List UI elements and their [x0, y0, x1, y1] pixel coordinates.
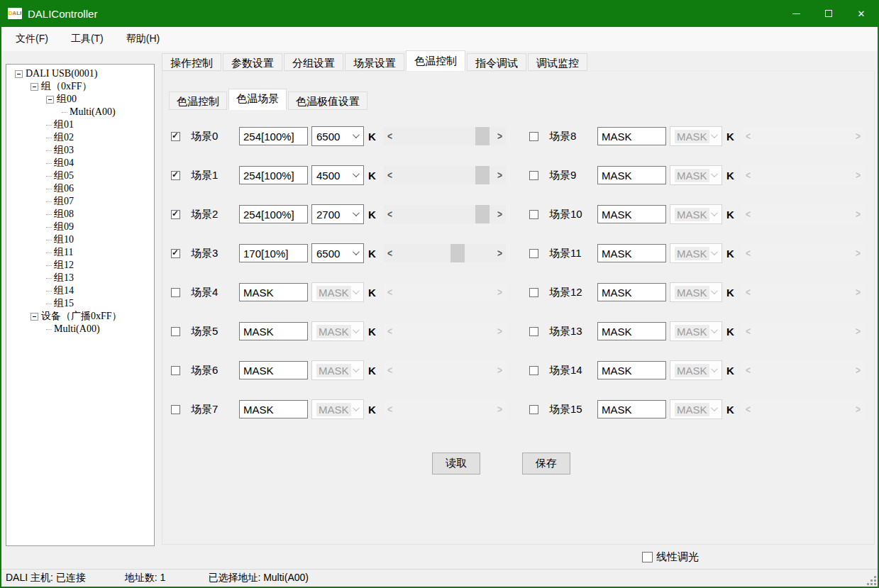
scene-checkbox[interactable]: ✓	[529, 210, 538, 219]
tab-指令调试[interactable]: 指令调试	[467, 53, 526, 71]
tab-调试监控[interactable]: 调试监控	[528, 53, 587, 71]
scroll-left-icon[interactable]: <	[742, 320, 754, 342]
scene-checkbox[interactable]: ✓	[171, 366, 180, 375]
tree-item[interactable]: 组01	[6, 118, 154, 131]
scene-level-input[interactable]	[239, 361, 308, 379]
scene-temp-dropdown[interactable]: MASK	[311, 360, 364, 380]
subtab-色温控制[interactable]: 色温控制	[169, 91, 227, 110]
scroll-right-icon[interactable]: >	[494, 320, 506, 342]
scroll-right-icon[interactable]: >	[852, 359, 864, 381]
scene-temp-dropdown[interactable]: MASK	[670, 126, 722, 146]
tree-item[interactable]: 设备（广播0xFF）	[6, 310, 154, 323]
scene-level-input[interactable]	[597, 400, 666, 418]
scene-temp-dropdown[interactable]: MASK	[670, 282, 722, 302]
close-button[interactable]: ✕	[845, 0, 878, 27]
scroll-left-icon[interactable]: <	[384, 281, 396, 303]
scene-checkbox[interactable]: ✓	[171, 288, 180, 297]
scroll-right-icon[interactable]: >	[494, 164, 506, 186]
tree-item[interactable]: 组11	[6, 246, 154, 259]
scene-checkbox[interactable]: ✓	[171, 210, 180, 219]
scene-scrollbar[interactable]: < >	[742, 361, 864, 379]
tree-item[interactable]: 组13	[6, 272, 154, 284]
scroll-left-icon[interactable]: <	[384, 242, 396, 264]
scene-scrollbar[interactable]: < >	[742, 166, 864, 184]
tree-item[interactable]: 组09	[6, 221, 154, 233]
tree-item[interactable]: 组15	[6, 297, 154, 310]
scroll-left-icon[interactable]: <	[742, 203, 754, 225]
scene-temp-dropdown[interactable]: MASK	[311, 282, 364, 302]
tree-item[interactable]: Multi(A00)	[6, 323, 154, 335]
scroll-left-icon[interactable]: <	[742, 281, 754, 303]
scene-level-input[interactable]	[239, 322, 308, 340]
scene-temp-dropdown[interactable]: MASK	[311, 321, 364, 341]
scroll-left-icon[interactable]: <	[384, 320, 396, 342]
scroll-right-icon[interactable]: >	[494, 281, 506, 303]
menu-item[interactable]: 文件(F)	[14, 30, 50, 48]
scrollbar-thumb[interactable]	[475, 205, 490, 223]
tab-场景设置[interactable]: 场景设置	[345, 53, 404, 71]
scroll-right-icon[interactable]: >	[852, 125, 864, 147]
tree-item[interactable]: 组06	[6, 182, 154, 195]
scene-level-input[interactable]	[597, 127, 666, 145]
scene-checkbox[interactable]: ✓	[171, 249, 180, 258]
scene-level-input[interactable]	[239, 400, 308, 418]
scene-level-input[interactable]	[239, 283, 308, 301]
scene-temp-dropdown[interactable]: 6500	[311, 126, 364, 146]
scroll-left-icon[interactable]: <	[742, 398, 754, 420]
scene-temp-dropdown[interactable]: 2700	[311, 204, 364, 224]
scroll-left-icon[interactable]: <	[742, 164, 754, 186]
scroll-left-icon[interactable]: <	[742, 359, 754, 381]
scene-scrollbar[interactable]: < >	[384, 322, 506, 340]
collapse-icon[interactable]	[31, 313, 38, 321]
scene-level-input[interactable]	[597, 205, 666, 223]
maximize-button[interactable]	[812, 0, 845, 27]
tab-参数设置[interactable]: 参数设置	[223, 53, 282, 71]
scene-scrollbar[interactable]: < >	[384, 400, 506, 418]
tree-item[interactable]: DALI USB(0001)	[6, 67, 154, 80]
menu-item[interactable]: 工具(T)	[70, 30, 105, 48]
scene-level-input[interactable]	[239, 205, 308, 223]
scene-temp-dropdown[interactable]: MASK	[670, 243, 722, 263]
checkbox-box[interactable]: ✓	[642, 552, 653, 562]
scene-checkbox[interactable]: ✓	[529, 405, 538, 414]
tab-操作控制[interactable]: 操作控制	[162, 53, 221, 71]
scene-checkbox[interactable]: ✓	[529, 171, 538, 180]
scene-scrollbar[interactable]: < >	[384, 361, 506, 379]
minimize-button[interactable]	[780, 0, 812, 27]
tree-item[interactable]: 组10	[6, 233, 154, 246]
resize-grip-icon[interactable]	[874, 583, 876, 585]
linear-dimming-checkbox[interactable]: ✓ 线性调光	[642, 550, 699, 564]
scene-scrollbar[interactable]: < >	[384, 166, 506, 184]
scene-scrollbar[interactable]: < >	[742, 400, 864, 418]
scroll-right-icon[interactable]: >	[852, 164, 864, 186]
scroll-left-icon[interactable]: <	[384, 203, 396, 225]
scroll-right-icon[interactable]: >	[494, 359, 506, 381]
scrollbar-thumb[interactable]	[475, 127, 490, 145]
scene-checkbox[interactable]: ✓	[529, 288, 538, 297]
tree-item[interactable]: 组05	[6, 170, 154, 182]
scene-temp-dropdown[interactable]: MASK	[311, 399, 364, 419]
scene-scrollbar[interactable]: < >	[742, 283, 864, 301]
scroll-right-icon[interactable]: >	[852, 281, 864, 303]
scene-level-input[interactable]	[597, 283, 666, 301]
save-button[interactable]: 保存	[522, 453, 570, 475]
scene-temp-dropdown[interactable]: 4500	[311, 165, 364, 185]
scrollbar-thumb[interactable]	[450, 244, 465, 262]
tree-item[interactable]: 组02	[6, 131, 154, 144]
scene-level-input[interactable]	[239, 244, 308, 262]
scene-checkbox[interactable]: ✓	[529, 132, 538, 141]
scene-checkbox[interactable]: ✓	[171, 405, 180, 414]
tree-item[interactable]: 组00	[6, 93, 154, 106]
scene-checkbox[interactable]: ✓	[171, 327, 180, 336]
scroll-left-icon[interactable]: <	[384, 125, 396, 147]
scene-checkbox[interactable]: ✓	[171, 132, 180, 141]
scroll-right-icon[interactable]: >	[852, 242, 864, 264]
scroll-right-icon[interactable]: >	[494, 125, 506, 147]
scene-level-input[interactable]	[597, 166, 666, 184]
scene-level-input[interactable]	[597, 322, 666, 340]
collapse-icon[interactable]	[15, 70, 23, 78]
scene-temp-dropdown[interactable]: 6500	[311, 243, 364, 263]
collapse-icon[interactable]	[46, 96, 54, 104]
scene-scrollbar[interactable]: < >	[384, 205, 506, 223]
scene-scrollbar[interactable]: < >	[742, 322, 864, 340]
